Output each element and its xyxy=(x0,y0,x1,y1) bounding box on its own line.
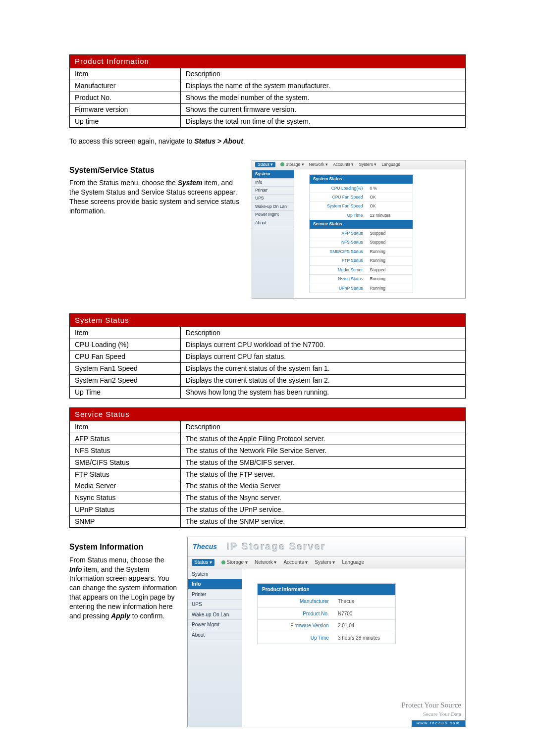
storage-icon xyxy=(221,560,225,564)
sidebar-item-about[interactable]: About xyxy=(252,219,294,227)
row-desc: Displays the current status of the syste… xyxy=(180,374,465,386)
row-item: UPnP Status xyxy=(70,504,181,516)
table-title: System Status xyxy=(70,314,466,327)
row-desc: The status of the Apple Filing Protocol … xyxy=(180,433,465,445)
sidebar-item-about[interactable]: About xyxy=(188,630,242,641)
panel-title: Service Status xyxy=(310,220,413,229)
row-desc: Displays the current status of the syste… xyxy=(180,363,465,375)
screenshot-system-info: Thecus IP Storage Server Status ▾ Storag… xyxy=(187,537,466,727)
row-desc: The status of the UPnP service. xyxy=(180,504,465,516)
brand-logo: Thecus xyxy=(193,542,217,552)
row-item: Manufacturer xyxy=(70,80,181,92)
sidebar-item-printer[interactable]: Printer xyxy=(188,590,242,600)
breadcrumb: Status > About xyxy=(194,137,243,145)
sidebar-item-ups[interactable]: UPS xyxy=(188,600,242,610)
sidebar-item-ups[interactable]: UPS xyxy=(252,195,294,202)
col-header-item: Item xyxy=(70,327,181,339)
row-item: System Fan1 Speed xyxy=(70,363,181,375)
sidebar: System Info Printer UPS Wake-up On Lan P… xyxy=(252,169,294,298)
nav-note: To access this screen again, navigate to… xyxy=(69,137,466,146)
menu-language[interactable]: Language xyxy=(381,162,400,167)
sidebar-item-power[interactable]: Power Mgmt xyxy=(252,211,294,219)
row-item: Product No. xyxy=(70,92,181,104)
row-desc: Shows the model number of the system. xyxy=(180,92,465,104)
footer-brand: Protect Your Source Secure Your Data xyxy=(402,700,461,717)
menu-network[interactable]: Network ▾ xyxy=(255,559,276,566)
row-desc: Displays the name of the system manufact… xyxy=(180,80,465,92)
storage-icon xyxy=(280,162,284,166)
row-desc: Shows the current firmware version. xyxy=(180,103,465,115)
row-item: SMB/CIFS Status xyxy=(70,456,181,468)
system-status-panel: System Status CPU Loading(%)0 % CPU Fan … xyxy=(309,174,413,293)
menu-status[interactable]: Status ▾ xyxy=(192,559,214,566)
row-desc: Shows how long the system has been runni… xyxy=(180,386,465,398)
menu-storage[interactable]: Storage ▾ xyxy=(280,162,304,167)
section-paragraph: From Status menu, choose the Info item, … xyxy=(69,555,178,621)
row-item: SNMP xyxy=(70,516,181,528)
footer-url: www.thecus.com xyxy=(412,720,465,727)
row-desc: Displays current CPU workload of the N77… xyxy=(180,339,465,351)
row-item: Up Time xyxy=(70,386,181,398)
sidebar-item-system[interactable]: System xyxy=(252,170,294,178)
row-item: Nsync Status xyxy=(70,492,181,504)
menubar: Status ▾ Storage ▾ Network ▾ Accounts ▾ … xyxy=(188,557,465,568)
menu-system[interactable]: System ▾ xyxy=(315,559,335,566)
row-desc: The status of the FTP server. xyxy=(180,468,465,480)
col-header-item: Item xyxy=(70,68,181,80)
col-header-item: Item xyxy=(70,421,181,433)
menu-network[interactable]: Network ▾ xyxy=(309,162,328,167)
row-desc: Displays the total run time of the syste… xyxy=(180,115,465,127)
row-desc: Displays current CPU fan status. xyxy=(180,351,465,363)
col-header-desc: Description xyxy=(180,327,465,339)
row-item: NFS Status xyxy=(70,445,181,456)
system-status-table: System Status Item Description CPU Loadi… xyxy=(69,313,466,399)
menu-accounts[interactable]: Accounts ▾ xyxy=(283,559,308,566)
row-desc: The status of the Nsync server. xyxy=(180,492,465,504)
menu-storage[interactable]: Storage ▾ xyxy=(221,559,248,566)
sidebar: System Info Printer UPS Wake-up On Lan P… xyxy=(188,568,242,727)
row-item: Firmware version xyxy=(70,103,181,115)
row-item: CPU Fan Speed xyxy=(70,351,181,363)
col-header-desc: Description xyxy=(180,68,465,80)
menu-status[interactable]: Status ▾ xyxy=(255,162,275,167)
section-heading: System Information xyxy=(69,542,178,553)
panel-title: Product Information xyxy=(258,583,396,596)
row-item: Up time xyxy=(70,115,181,127)
table-title: Service Status xyxy=(70,407,466,421)
menu-system[interactable]: System ▾ xyxy=(359,162,376,167)
service-status-table: Service Status Item Description AFP Stat… xyxy=(69,407,466,528)
row-item: CPU Loading (%) xyxy=(70,339,181,351)
sidebar-item-power[interactable]: Power Mgmt xyxy=(188,620,242,630)
row-item: System Fan2 Speed xyxy=(70,374,181,386)
table-title: Product Information xyxy=(70,55,466,68)
sidebar-item-info[interactable]: Info xyxy=(188,579,242,590)
sidebar-item-wol[interactable]: Wake-up On Lan xyxy=(252,203,294,211)
screenshot-system-service: Status ▾ Storage ▾ Network ▾ Accounts ▾ … xyxy=(252,160,466,299)
row-desc: The status of the SNMP service. xyxy=(180,516,465,528)
section-paragraph: From the Status menu, choose the System … xyxy=(69,178,243,216)
sidebar-item-printer[interactable]: Printer xyxy=(252,187,294,195)
sidebar-item-info[interactable]: Info xyxy=(252,179,294,187)
brand-title: IP Storage Server xyxy=(227,540,326,554)
row-desc: The status of the Network File Service S… xyxy=(180,445,465,456)
product-information-table: Product Information Item Description Man… xyxy=(69,54,466,128)
menubar: Status ▾ Storage ▾ Network ▾ Accounts ▾ … xyxy=(252,160,465,169)
sidebar-item-wol[interactable]: Wake-up On Lan xyxy=(188,610,242,620)
row-item: AFP Status xyxy=(70,433,181,445)
section-heading: System/Service Status xyxy=(69,165,243,176)
panel-title: System Status xyxy=(310,175,413,184)
menu-language[interactable]: Language xyxy=(342,559,364,566)
row-desc: The status of the Media Server xyxy=(180,480,465,492)
col-header-desc: Description xyxy=(180,421,465,433)
menu-accounts[interactable]: Accounts ▾ xyxy=(333,162,354,167)
row-item: Media Server xyxy=(70,480,181,492)
sidebar-item-system[interactable]: System xyxy=(188,569,242,580)
row-desc: The status of the SMB/CIFS server. xyxy=(180,456,465,468)
product-information-panel: Product Information ManufacturerThecus P… xyxy=(257,583,396,645)
row-item: FTP Status xyxy=(70,468,181,480)
